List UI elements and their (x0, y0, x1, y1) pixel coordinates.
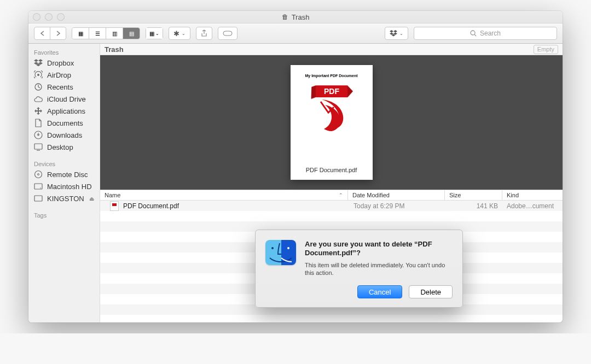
confirm-delete-dialog: Are you sure you want to delete “PDF Doc… (255, 230, 463, 308)
dropbox-toolbar-button[interactable]: ⌄ (385, 27, 408, 40)
empty-trash-button[interactable]: Empty (534, 45, 558, 54)
sidebar-item-label: iCloud Drive (47, 95, 86, 103)
chevron-down-icon: ⌄ (399, 31, 403, 36)
trash-icon: 🗑 (282, 13, 288, 21)
sidebar-item-label: Desktop (47, 143, 73, 151)
column-header-name[interactable]: Name ⌃ (100, 190, 348, 200)
view-mode-segment: ▦ ☰ ▥ ▤ (72, 27, 140, 39)
sidebar-item-dropbox[interactable]: Dropbox (28, 57, 100, 69)
column-header-size[interactable]: Size (445, 190, 502, 200)
arrange-icon: ▦ (149, 31, 154, 37)
arrange-button[interactable]: ▦⌄ (146, 28, 163, 39)
sidebar-item-label: Macintosh HD (47, 183, 92, 191)
view-coverflow-button[interactable]: ▤ (123, 28, 140, 39)
titlebar: 🗑 Trash (28, 11, 563, 24)
pdf-badge: PDF (315, 85, 347, 97)
svg-point-6 (35, 171, 42, 178)
sidebar: Favorites Dropbox AirDrop Recents iCloud… (28, 44, 100, 322)
sidebar-item-label: Recents (47, 83, 73, 91)
list-icon: ☰ (95, 31, 100, 37)
documents-icon (34, 119, 43, 127)
forward-button[interactable] (50, 27, 66, 40)
sidebar-section-favorites: Favorites (28, 47, 100, 57)
sidebar-item-downloads[interactable]: Downloads (28, 129, 100, 141)
dialog-title: Are you sure you want to delete “PDF Doc… (305, 240, 453, 258)
chevron-down-icon: ⌄ (155, 31, 159, 36)
view-list-button[interactable]: ☰ (89, 28, 106, 39)
table-row[interactable]: PDF Document.pdf Today at 6:29 PM 141 KB… (100, 201, 563, 211)
hdd-icon (34, 182, 43, 191)
cancel-button[interactable]: Cancel (357, 285, 402, 298)
file-preview[interactable]: My Important PDF Document PDF PDF Docume… (291, 65, 373, 180)
arrange-segment: ▦⌄ (146, 27, 163, 39)
desktop-icon (34, 143, 43, 151)
coverflow-icon: ▤ (129, 31, 134, 37)
view-icon-button[interactable]: ▦ (72, 28, 89, 39)
sidebar-item-kingston[interactable]: KINGSTON ⏏ (28, 192, 100, 204)
svg-point-11 (271, 247, 274, 249)
nav-buttons (34, 27, 66, 40)
svg-point-12 (287, 247, 289, 249)
sidebar-item-documents[interactable]: Documents (28, 117, 100, 129)
search-field[interactable]: Search (414, 27, 557, 40)
sidebar-item-label: AirDrop (47, 71, 71, 79)
column-header-kind[interactable]: Kind (502, 190, 563, 200)
share-button[interactable] (196, 27, 212, 40)
delete-button[interactable]: Delete (409, 285, 453, 298)
sidebar-item-desktop[interactable]: Desktop (28, 141, 100, 153)
svg-point-2 (37, 74, 39, 76)
location-name: Trash (105, 45, 124, 54)
back-button[interactable] (34, 27, 50, 40)
dropbox-icon (34, 58, 43, 67)
sidebar-item-airdrop[interactable]: AirDrop (28, 69, 100, 81)
sidebar-item-remote-disc[interactable]: Remote Disc (28, 168, 100, 180)
sidebar-item-macintosh-hd[interactable]: Macintosh HD (28, 180, 100, 192)
svg-rect-0 (223, 31, 232, 36)
tags-button[interactable] (218, 27, 237, 40)
clock-icon (34, 83, 43, 91)
pdf-swoosh-icon (318, 98, 345, 131)
preview-area: My Important PDF Document PDF PDF Docume… (100, 55, 563, 190)
view-column-button[interactable]: ▥ (106, 28, 123, 39)
gear-icon: ✱ (173, 30, 179, 38)
sidebar-item-label: Dropbox (47, 59, 74, 67)
sidebar-item-icloud[interactable]: iCloud Drive (28, 93, 100, 105)
dropbox-icon (390, 30, 397, 37)
svg-point-9 (40, 187, 41, 189)
tag-icon (223, 31, 233, 36)
share-icon (201, 30, 207, 37)
column-headers: Name ⌃ Date Modified Size Kind (100, 190, 563, 201)
chevron-left-icon (40, 31, 45, 36)
downloads-icon (34, 131, 43, 139)
sidebar-item-recents[interactable]: Recents (28, 81, 100, 93)
sidebar-item-label: Documents (47, 119, 83, 127)
column-header-modified[interactable]: Date Modified (348, 190, 445, 200)
sidebar-item-label: Remote Disc (47, 171, 88, 179)
sidebar-section-tags: Tags (28, 210, 100, 220)
finder-icon (265, 240, 296, 265)
sidebar-item-applications[interactable]: Applications (28, 105, 100, 117)
chevron-down-icon: ⌄ (182, 31, 186, 36)
search-placeholder: Search (480, 30, 501, 37)
svg-point-7 (38, 174, 39, 175)
search-icon (470, 30, 477, 37)
chevron-right-icon (56, 31, 61, 36)
airdrop-icon (34, 71, 43, 79)
sidebar-item-label: Downloads (47, 131, 82, 139)
applications-icon (34, 107, 43, 115)
finder-window: 🗑 Trash ▦ ☰ ▥ ▤ ▦⌄ ✱⌄ (28, 11, 563, 322)
action-menu-button[interactable]: ✱⌄ (169, 27, 190, 40)
file-name: PDF Document.pdf (123, 202, 179, 210)
sidebar-item-label: KINGSTON (47, 195, 84, 203)
disc-icon (34, 170, 43, 179)
usb-icon (34, 194, 43, 203)
eject-icon[interactable]: ⏏ (89, 196, 94, 202)
window-title-text: Trash (292, 13, 310, 21)
svg-rect-10 (34, 196, 42, 201)
file-kind: Adobe…cument (502, 202, 563, 210)
file-size: 141 KB (445, 202, 502, 210)
grid-icon: ▦ (78, 31, 83, 37)
svg-point-1 (471, 31, 475, 35)
pdf-logo: PDF (316, 85, 347, 131)
sidebar-section-devices: Devices (28, 158, 100, 168)
